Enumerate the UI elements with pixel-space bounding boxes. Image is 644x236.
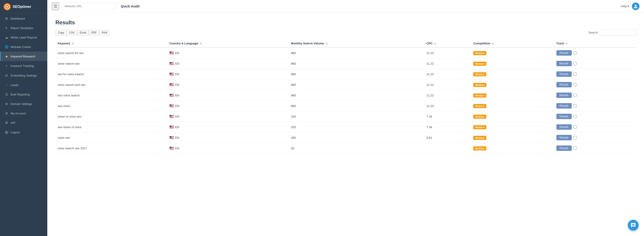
keyword-cell-2: seo for voice search xyxy=(56,69,167,80)
export-excel-button[interactable]: Excel xyxy=(77,30,89,35)
track-checkbox-4[interactable] xyxy=(574,94,577,97)
main-content: ☰ Quick Audit Help ▾ Results CopyCSVExce… xyxy=(47,0,644,236)
results-button-7[interactable]: Results xyxy=(556,124,572,130)
sidebar-label-api: API xyxy=(10,121,15,124)
export-csv-button[interactable]: CSV xyxy=(67,30,77,35)
country-cell-6: EN xyxy=(167,111,289,122)
sort-icon-monthly-search-volume[interactable]: ⇅ xyxy=(326,42,328,45)
competition-cell-5: Medium xyxy=(471,101,554,111)
country-cell-4: EN xyxy=(167,90,289,101)
track-cell-7: Results xyxy=(554,122,636,132)
sidebar-item-keyword-research[interactable]: ◈ Keyword Research xyxy=(0,52,47,61)
results-button-3[interactable]: Results xyxy=(556,82,572,87)
sort-icon-competition[interactable]: ⇅ xyxy=(492,42,494,45)
track-cell-8: Results xyxy=(554,132,636,143)
track-checkbox-5[interactable] xyxy=(574,104,577,108)
sidebar-item-website-crawls[interactable]: 🌐 Website Crawls xyxy=(0,42,47,52)
competition-cell-6: Medium xyxy=(471,111,554,122)
url-input[interactable] xyxy=(62,3,116,10)
leads-icon: ♡ xyxy=(5,83,8,87)
competition-badge-3: Medium xyxy=(473,83,486,87)
sidebar-item-report-templates[interactable]: ✎ Report Templates xyxy=(0,23,47,33)
sidebar-item-keyword-tracking[interactable]: ⌖ Keyword Tracking xyxy=(0,61,47,71)
track-checkbox-2[interactable] xyxy=(574,72,577,76)
chat-bubble[interactable] xyxy=(628,220,638,230)
track-cell-2: Results xyxy=(554,69,636,79)
search-input[interactable] xyxy=(600,30,636,35)
sidebar-label-leads: Leads xyxy=(10,83,18,87)
competition-badge-6: Medium xyxy=(473,114,486,119)
topbar-right: Help ▾ xyxy=(621,2,640,10)
sort-icon-country-language[interactable]: ⇅ xyxy=(200,42,202,45)
sidebar-item-domain-settings[interactable]: ⊕ Domain Settings xyxy=(0,99,47,108)
results-button-5[interactable]: Results xyxy=(556,103,572,108)
sidebar-label-white-label-reports: White Label Reports xyxy=(10,36,37,39)
keyword-cell-4: seo voice search xyxy=(56,90,167,101)
sidebar-item-embedding-settings[interactable]: ⊟ Embedding Settings xyxy=(0,71,47,80)
user-avatar[interactable] xyxy=(632,2,640,10)
volume-cell-8: 260 xyxy=(289,132,424,143)
competition-cell-0: Medium xyxy=(471,48,554,58)
export-print-button[interactable]: Print xyxy=(99,30,110,35)
content-area: Results CopyCSVExcelPDFPrint Search: Key… xyxy=(47,12,644,236)
flag-us-2 xyxy=(170,72,174,76)
table-row: voice search seo 2017 EN30Medium Results xyxy=(56,143,636,154)
sidebar-label-dashboard: Dashboard xyxy=(10,17,25,20)
flag-us-9 xyxy=(170,146,174,150)
sidebar-item-logout[interactable]: ⏻ Logout xyxy=(0,128,47,137)
sidebar-item-leads[interactable]: ♡ Leads xyxy=(0,80,47,90)
results-button-0[interactable]: Results xyxy=(556,50,572,56)
competition-cell-4: Medium xyxy=(471,90,554,101)
flag-us-6 xyxy=(170,115,174,118)
cpc-cell-5: 11.22 xyxy=(424,101,471,111)
cpc-cell-8: 6.61 xyxy=(424,132,471,143)
table-row: voice search seo EN88011.22Medium Result… xyxy=(56,58,636,69)
results-table: Keyword ⇅Country & Language ⇅Monthly Sea… xyxy=(56,40,636,154)
track-checkbox-9[interactable] xyxy=(574,146,577,150)
cpc-cell-9 xyxy=(424,143,471,154)
sidebar-item-white-label-reports[interactable]: ☁ White Label Reports xyxy=(0,33,47,42)
white-label-reports-icon: ☁ xyxy=(5,36,8,39)
results-button-2[interactable]: Results xyxy=(556,72,572,77)
sidebar-item-my-account[interactable]: ⚙ My Account xyxy=(0,108,47,118)
sidebar-label-bulk-reporting: Bulk Reporting xyxy=(10,93,30,96)
results-button-1[interactable]: Results xyxy=(556,61,572,66)
competition-cell-2: Medium xyxy=(471,69,554,80)
sidebar-item-dashboard[interactable]: ⊞ Dashboard xyxy=(0,14,47,23)
logo-icon xyxy=(4,3,11,10)
results-button-4[interactable]: Results xyxy=(556,92,572,98)
track-checkbox-1[interactable] xyxy=(574,62,577,65)
cpc-cell-1: 11.22 xyxy=(424,58,471,69)
sort-icon-track[interactable]: ⇅ xyxy=(566,42,568,45)
sidebar-item-bulk-reporting[interactable]: ☰ Bulk Reporting xyxy=(0,90,47,99)
topbar: ☰ Quick Audit Help ▾ xyxy=(47,0,644,12)
sidebar-item-api[interactable]: ⌘ API xyxy=(0,118,47,128)
table-row: seo voice search EN88011.22Medium Result… xyxy=(56,90,636,101)
help-button[interactable]: Help ▾ xyxy=(621,4,629,8)
competition-badge-8: Medium xyxy=(473,136,486,140)
results-button-8[interactable]: Results xyxy=(556,135,572,140)
results-button-6[interactable]: Results xyxy=(556,114,572,119)
column-header-cpc: CPC ⇅ xyxy=(424,40,471,48)
export-pdf-button[interactable]: PDF xyxy=(89,30,99,35)
track-cell-3: Results xyxy=(554,80,636,90)
competition-cell-3: Medium xyxy=(471,80,554,90)
column-header-competition: Competition ⇅ xyxy=(471,40,554,48)
table-row: share of voice seo EN3207.34Medium Resul… xyxy=(56,111,636,122)
sidebar: SEOptimer ⊞ Dashboard✎ Report Templates☁… xyxy=(0,0,47,236)
track-checkbox-8[interactable] xyxy=(574,136,577,139)
flag-us-5 xyxy=(170,104,174,108)
track-checkbox-3[interactable] xyxy=(574,83,577,86)
quick-audit-button[interactable]: Quick Audit xyxy=(118,3,142,10)
export-copy-button[interactable]: Copy xyxy=(56,30,67,35)
sort-icon-cpc[interactable]: ⇅ xyxy=(434,42,436,45)
track-checkbox-0[interactable] xyxy=(574,51,577,54)
menu-button[interactable]: ☰ xyxy=(52,2,59,10)
track-checkbox-6[interactable] xyxy=(574,115,577,118)
country-cell-5: EN xyxy=(167,101,289,111)
embedding-settings-icon: ⊟ xyxy=(5,74,8,77)
track-checkbox-7[interactable] xyxy=(574,126,577,128)
results-button-9[interactable]: Results xyxy=(556,146,572,151)
sort-icon-keyword[interactable]: ⇅ xyxy=(72,42,74,45)
volume-cell-9: 30 xyxy=(289,143,424,154)
